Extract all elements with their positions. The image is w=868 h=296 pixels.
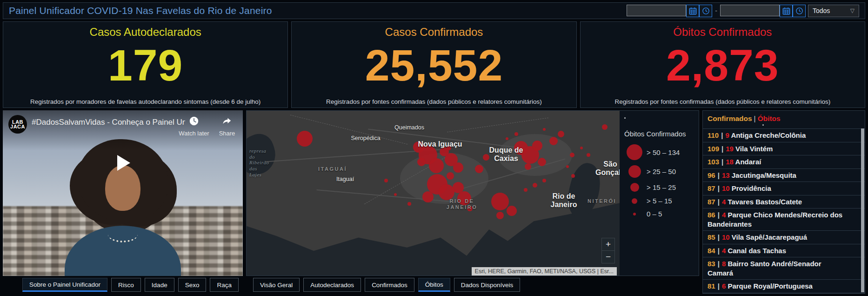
favela-name: Providência <box>732 184 771 192</box>
ranking-bullet <box>762 124 764 126</box>
map-place-label: Rio de Janeiro <box>551 192 577 209</box>
play-icon[interactable] <box>117 155 130 171</box>
tab[interactable]: Sexo <box>178 278 207 292</box>
favela-name: Canal das Tachas <box>728 247 786 255</box>
deaths-bubble[interactable] <box>506 137 508 140</box>
legend-bullet <box>624 117 626 119</box>
zoom-out-button[interactable]: − <box>602 250 614 263</box>
row-pipe: | <box>715 282 722 290</box>
deaths-bubble[interactable] <box>453 162 463 173</box>
legend-circle <box>628 165 641 178</box>
left-tab-bar: Sobre o Painel Unificador Risco Idade Se… <box>22 278 243 292</box>
tab[interactable]: Idade <box>145 278 174 292</box>
legend-circle <box>627 144 642 160</box>
deaths-bubble[interactable] <box>549 137 558 145</box>
tab[interactable]: Confirmados <box>365 278 414 292</box>
tab[interactable]: Sobre o Painel Unificador <box>22 278 107 292</box>
watch-later-button[interactable]: Watch later <box>174 116 214 137</box>
date-to-calendar-button[interactable] <box>780 5 793 17</box>
deaths-bubble[interactable] <box>491 193 509 210</box>
ranking-row[interactable]: 84|4 Canal das Tachas <box>703 244 865 257</box>
ranking-row[interactable]: 83|8 Bairro Santo André/Senador Camará <box>703 257 865 279</box>
map-place-label: RIO DE JANEIRO <box>447 198 477 210</box>
ranking-row[interactable]: 87|4 Tavares Bastos/Catete <box>703 195 865 209</box>
deaths-bubble[interactable] <box>475 165 483 173</box>
map-widget: Queimados Seropédica Nova Iguaçu Duque d… <box>246 110 699 276</box>
confirmed-count: 81 <box>708 282 715 290</box>
ranking-row[interactable]: 86|4 Parque Chico Mendes/Recreio dos Ban… <box>703 208 865 230</box>
ranking-row[interactable]: 87|10 Providência <box>703 182 865 195</box>
deaths-bubble[interactable] <box>483 154 489 161</box>
date-to-time-button[interactable] <box>793 5 806 17</box>
stat-title: Óbitos Confirmados <box>673 26 772 39</box>
date-to-input[interactable] <box>720 5 780 16</box>
map-place-label: São Gonçalo <box>595 160 620 177</box>
confirmed-header-label: Confirmados <box>708 114 752 122</box>
deaths-bubble[interactable] <box>571 174 575 178</box>
deaths-bubble[interactable] <box>439 184 454 200</box>
deaths-bubble[interactable] <box>533 183 537 188</box>
zoom-in-button[interactable]: + <box>602 238 614 250</box>
deaths-bubble[interactable] <box>422 191 434 202</box>
row-pipe: | <box>719 158 726 166</box>
tab[interactable]: Raça <box>210 278 239 292</box>
ranking-row[interactable]: 77|15 Morro da Formiga/Tijuca <box>703 293 865 294</box>
ranking-row[interactable]: 85|10 Vila Sapê/Jacarepaguá <box>703 230 865 244</box>
ranking-row[interactable]: 96|13 Jacutinga/Mesquita <box>703 168 865 182</box>
tab[interactable]: Autodeclarados <box>303 278 361 292</box>
favela-filter-dropdown[interactable]: Todos ▽ <box>808 5 859 17</box>
ranking-row[interactable]: 81|6 Parque Royal/Portuguesa <box>703 279 865 293</box>
video-title[interactable]: #DadosSalvamVidas - Conheça o Painel Uni… <box>32 118 185 127</box>
map-canvas[interactable]: Queimados Seropédica Nova Iguaçu Duque d… <box>247 111 620 276</box>
deaths-bubble[interactable] <box>524 188 527 192</box>
deaths-bubble[interactable] <box>570 153 574 157</box>
deaths-bubble[interactable] <box>394 193 397 196</box>
deaths-bubble[interactable] <box>558 131 564 137</box>
deaths-bubble[interactable] <box>514 132 518 136</box>
map-place-label: represa do Ribeirão das Lajes <box>249 148 269 177</box>
tab[interactable]: Óbitos <box>418 278 450 292</box>
deaths-bubble[interactable] <box>507 206 517 216</box>
confirmed-count: 103 <box>708 158 719 166</box>
date-from-input[interactable] <box>627 5 686 16</box>
legend-item: > 15 – 25 <box>624 183 696 192</box>
channel-logo[interactable]: LAB JACA <box>8 115 27 134</box>
date-from-calendar-button[interactable] <box>686 5 699 17</box>
deaths-bubble[interactable] <box>602 124 608 130</box>
legend-label: > 50 – 134 <box>647 148 680 156</box>
scrollbar-thumb[interactable] <box>861 128 864 292</box>
deaths-bubble[interactable] <box>496 212 504 219</box>
deaths-bubble[interactable] <box>587 153 590 157</box>
deaths-bubble[interactable] <box>542 179 546 182</box>
tab[interactable]: Dados Disponíveis <box>454 278 521 292</box>
deaths-bubble[interactable] <box>566 165 569 168</box>
deaths-bubble[interactable] <box>429 158 444 173</box>
share-button[interactable]: Share <box>212 116 242 137</box>
deaths-bubble[interactable] <box>525 163 531 170</box>
video-player[interactable]: LAB JACA #DadosSalvamVidas - Conheça o P… <box>3 110 243 276</box>
ranking-row[interactable]: 109|19 Vila Vintém <box>703 142 865 155</box>
logo-text: JACA <box>10 124 25 129</box>
tab[interactable]: Visão Geral <box>253 278 300 292</box>
tab[interactable]: Risco <box>111 278 141 292</box>
row-pipe: | <box>719 131 725 139</box>
ranking-row[interactable]: 103|18 Andaraí <box>703 155 865 168</box>
map-legend: Óbitos Confirmados > 50 – 134 > 25 – 50 <box>620 111 699 276</box>
list-scrollbar[interactable] <box>861 128 864 292</box>
deaths-bubble[interactable] <box>538 158 546 166</box>
deaths-bubble[interactable] <box>384 179 388 182</box>
ranking-row[interactable]: 110|9 Antiga Creche/Colônia <box>703 128 865 142</box>
row-pipe: | <box>715 247 722 255</box>
deaths-bubble[interactable] <box>580 147 583 149</box>
confirmed-count: 87 <box>708 184 715 192</box>
date-from-time-button[interactable] <box>699 5 712 17</box>
deaths-bubble[interactable] <box>532 141 542 151</box>
deaths-bubble[interactable] <box>543 128 546 131</box>
deaths-bubble[interactable] <box>447 172 454 180</box>
legend-title: Óbitos Confirmados <box>624 130 696 138</box>
deaths-bubble[interactable] <box>407 202 411 206</box>
deaths-bubble[interactable] <box>297 131 313 147</box>
deaths-bubble[interactable] <box>417 158 426 166</box>
deaths-count: 13 <box>722 171 730 179</box>
row-pipe: | <box>719 145 726 153</box>
